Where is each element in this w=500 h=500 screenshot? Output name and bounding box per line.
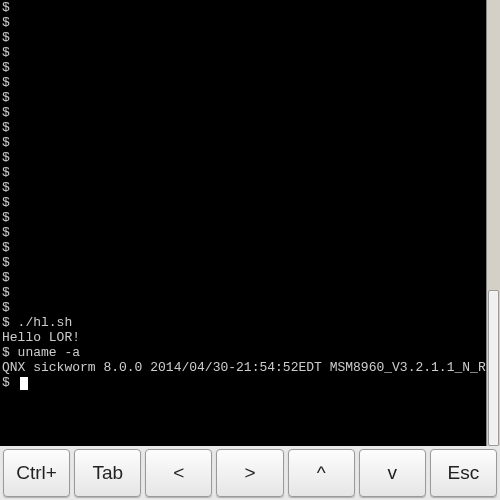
terminal-line: $ bbox=[2, 375, 484, 390]
terminal-line: $ bbox=[2, 240, 484, 255]
terminal-line: Hello LOR! bbox=[2, 330, 484, 345]
soft-key-row: Ctrl+ Tab < > ^ v Esc bbox=[0, 446, 500, 500]
key-up[interactable]: ^ bbox=[288, 449, 355, 497]
terminal-line: $ bbox=[2, 30, 484, 45]
terminal-line: $ bbox=[2, 90, 484, 105]
key-down[interactable]: v bbox=[359, 449, 426, 497]
terminal-line: $ ./hl.sh bbox=[2, 315, 484, 330]
terminal-scrollbar[interactable] bbox=[486, 0, 500, 446]
key-ctrl[interactable]: Ctrl+ bbox=[3, 449, 70, 497]
terminal-line: $ bbox=[2, 300, 484, 315]
terminal-line: $ bbox=[2, 150, 484, 165]
terminal-line: $ bbox=[2, 60, 484, 75]
terminal-output[interactable]: $$$$$$$$$$$$$$$$$$$$$$ ./hl.shHello LOR!… bbox=[0, 0, 486, 446]
terminal-line: $ bbox=[2, 45, 484, 60]
terminal-line: $ bbox=[2, 75, 484, 90]
terminal-cursor bbox=[20, 377, 28, 390]
scrollbar-thumb[interactable] bbox=[488, 290, 499, 446]
key-left[interactable]: < bbox=[145, 449, 212, 497]
terminal-line: $ uname -a bbox=[2, 345, 484, 360]
terminal-line: $ bbox=[2, 15, 484, 30]
terminal-line: $ bbox=[2, 180, 484, 195]
terminal-line: $ bbox=[2, 0, 484, 15]
key-right[interactable]: > bbox=[216, 449, 283, 497]
terminal-line: $ bbox=[2, 120, 484, 135]
terminal-line: $ bbox=[2, 165, 484, 180]
key-tab[interactable]: Tab bbox=[74, 449, 141, 497]
terminal-line: $ bbox=[2, 195, 484, 210]
terminal-line: $ bbox=[2, 270, 484, 285]
key-esc[interactable]: Esc bbox=[430, 449, 497, 497]
terminal-line: $ bbox=[2, 255, 484, 270]
terminal-line: $ bbox=[2, 225, 484, 240]
terminal-line: QNX sickworm 8.0.0 2014/04/30-21:54:52ED… bbox=[2, 360, 484, 375]
terminal-line: $ bbox=[2, 135, 484, 150]
terminal-line: $ bbox=[2, 105, 484, 120]
terminal-line: $ bbox=[2, 210, 484, 225]
terminal-container: $$$$$$$$$$$$$$$$$$$$$$ ./hl.shHello LOR!… bbox=[0, 0, 500, 446]
terminal-line: $ bbox=[2, 285, 484, 300]
